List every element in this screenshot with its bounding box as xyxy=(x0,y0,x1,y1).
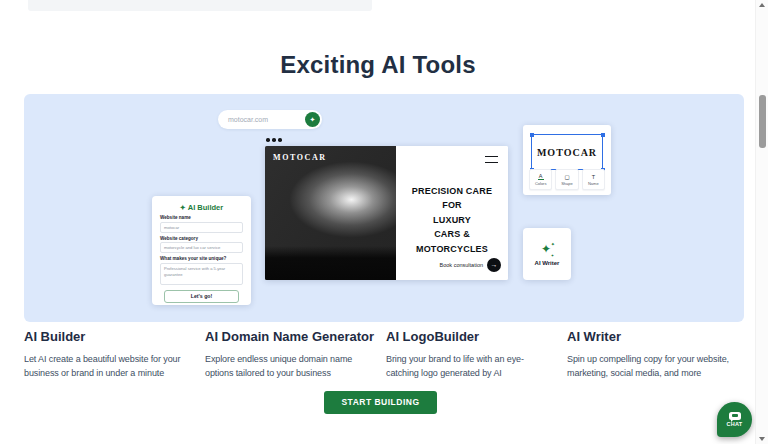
domain-search-pill: motocar.com ✦ xyxy=(218,110,322,129)
feature-description: Spin up compelling copy for your website… xyxy=(567,353,734,380)
feature-ai-builder: AI Builder Let AI create a beautiful web… xyxy=(24,329,191,380)
book-consultation: Book consultation → xyxy=(440,258,501,272)
arrow-right-icon: → xyxy=(487,258,501,272)
feature-title: AI LogoBuilder xyxy=(386,329,553,344)
logo-tool-label: Shape xyxy=(561,181,573,186)
feature-ai-domain-name-generator: AI Domain Name Generator Explore endless… xyxy=(205,329,372,380)
logo-tool-colors-button: A Colors xyxy=(529,169,552,190)
logo-builder-card: MOTOCAR A Colors ▢ Shape T Name xyxy=(523,125,611,195)
vertical-scrollbar[interactable] xyxy=(755,0,768,444)
selection-handle xyxy=(530,133,534,137)
lets-go-button: Let's go! xyxy=(164,290,239,303)
sparkles-icon: ✦ ✦ ✦ xyxy=(539,243,555,257)
logo-tool-label: Colors xyxy=(535,181,547,186)
website-preview-card: MOTOCAR PRECISION CARE FOR LUXURY CARS &… xyxy=(265,146,508,280)
window-dot xyxy=(266,138,270,142)
shape-icon: ▢ xyxy=(564,174,569,180)
selection-handle xyxy=(601,133,605,137)
domain-search-value: motocar.com xyxy=(228,116,268,123)
ai-writer-mini-card: ✦ ✦ ✦ AI Writer xyxy=(523,228,571,280)
logo-brand-text: MOTOCAR xyxy=(537,147,597,158)
start-building-button[interactable]: START BUILDING xyxy=(324,391,437,414)
window-dot xyxy=(278,138,282,142)
scrollbar-down-arrow[interactable] xyxy=(759,437,765,441)
preview-brand-logo: MOTOCAR xyxy=(273,153,327,162)
feature-title: AI Builder xyxy=(24,329,191,344)
field-label-website-category: Website category xyxy=(160,236,243,241)
previous-section-edge xyxy=(28,0,372,11)
feature-title: AI Writer xyxy=(567,329,734,344)
window-dot xyxy=(272,138,276,142)
logo-tool-name-button: T Name xyxy=(582,169,605,190)
logo-tool-label: Name xyxy=(588,181,599,186)
feature-description: Let AI create a beautiful website for yo… xyxy=(24,353,191,380)
logo-tool-row: A Colors ▢ Shape T Name xyxy=(529,169,605,190)
hero-banner: motocar.com ✦ MOTOCAR PRECISION CARE FOR… xyxy=(24,94,744,322)
preview-headline: PRECISION CARE FOR LUXURY CARS & MOTORCY… xyxy=(401,184,503,256)
logo-tool-shape-button: ▢ Shape xyxy=(555,169,578,190)
features-row: AI Builder Let AI create a beautiful web… xyxy=(24,329,748,380)
chat-widget-button[interactable]: CHAT xyxy=(717,402,752,437)
page-title: Exciting AI Tools xyxy=(0,51,756,79)
ai-builder-card-header: ✦ AI Builder xyxy=(160,203,243,212)
page: Exciting AI Tools motocar.com ✦ MOTOCAR … xyxy=(0,0,768,444)
preview-content-panel: PRECISION CARE FOR LUXURY CARS & MOTORCY… xyxy=(396,146,508,280)
scrollbar-thumb[interactable] xyxy=(759,95,766,148)
field-textarea-site-unique: Professional service with a 5-year guara… xyxy=(160,263,243,285)
preview-headline-line: CARS & MOTORCYCLES xyxy=(401,227,503,256)
feature-description: Explore endless unique domain name optio… xyxy=(205,353,372,380)
ai-writer-label: AI Writer xyxy=(535,260,560,266)
sparkle-icon: ✦ xyxy=(180,204,186,212)
ai-builder-card-title: AI Builder xyxy=(188,203,223,212)
sparkle-submit-icon: ✦ xyxy=(305,112,320,127)
text-icon: T xyxy=(592,174,595,180)
chat-bubble-icon xyxy=(729,412,741,420)
book-consultation-label: Book consultation xyxy=(440,262,483,268)
feature-ai-writer: AI Writer Spin up compelling copy for yo… xyxy=(567,329,734,380)
hamburger-menu-icon xyxy=(485,156,498,163)
colors-icon: A xyxy=(538,173,544,180)
field-label-site-unique: What makes your site unique? xyxy=(160,256,243,261)
feature-title: AI Domain Name Generator xyxy=(205,329,372,344)
field-input-website-name: motocar xyxy=(160,222,243,233)
feature-ai-logobuilder: AI LogoBuilder Bring your brand to life … xyxy=(386,329,553,380)
field-input-website-category: motorcycle and lux car service xyxy=(160,242,243,253)
browser-window-dots xyxy=(266,138,282,142)
field-label-website-name: Website name xyxy=(160,215,243,220)
scrollbar-up-arrow[interactable] xyxy=(759,3,765,7)
preview-headline-line: LUXURY xyxy=(401,213,503,227)
car-headlight-image: MOTOCAR xyxy=(265,146,396,280)
preview-headline-line: PRECISION CARE FOR xyxy=(401,184,503,213)
ai-builder-form-card: ✦ AI Builder Website name motocar Websit… xyxy=(152,196,251,305)
chat-label: CHAT xyxy=(726,421,742,427)
feature-description: Bring your brand to life with an eye-cat… xyxy=(386,353,553,380)
logo-selection-box: MOTOCAR xyxy=(531,134,603,170)
